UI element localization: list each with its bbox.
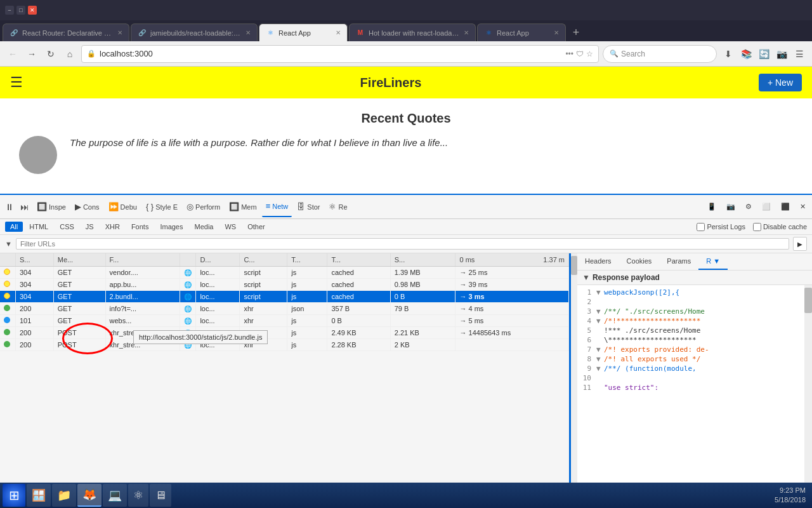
filter-media[interactable]: Media (189, 222, 218, 232)
sync-icon[interactable]: 🔄 (756, 46, 771, 62)
console-tool[interactable]: ▶ Cons (71, 197, 103, 217)
forward-button[interactable]: → (24, 46, 39, 62)
address-bar[interactable]: 🔒 localhost:3000 ••• 🛡 ☆ (81, 45, 599, 63)
storage-tool[interactable]: 🗄 Stor (293, 197, 324, 217)
menu-icon[interactable]: ☰ (792, 46, 807, 62)
filter-fonts[interactable]: Fonts (126, 222, 154, 232)
start-button[interactable]: ⊞ (3, 484, 25, 507)
filter-url-input[interactable] (16, 238, 789, 250)
style-editor-tool[interactable]: { } Style E (142, 197, 181, 217)
react-tool[interactable]: ⚛ Re (325, 197, 351, 217)
close-button[interactable]: ✕ (28, 6, 37, 15)
taskbar-item-firefox[interactable]: 🦊 (77, 484, 102, 507)
response-tab[interactable]: R ▼ (698, 253, 728, 270)
headers-tab[interactable]: Headers (577, 253, 619, 270)
col-method[interactable]: Me... (53, 253, 105, 267)
filter-js[interactable]: JS (81, 222, 99, 232)
table-row[interactable]: 304 GET 2.bundl... 🌐 loc... script js ca… (0, 291, 569, 303)
search-bar[interactable]: 🔍 Search (603, 45, 717, 63)
col-size[interactable]: S... (390, 253, 455, 267)
settings-tool[interactable]: ⚙ (742, 197, 756, 217)
reload-button[interactable]: ↻ (43, 46, 58, 62)
expand-arrow[interactable]: ▼ (596, 345, 604, 354)
expand-arrow[interactable]: ▼ (596, 355, 604, 363)
col-cause[interactable]: C... (240, 253, 287, 267)
filter-other[interactable]: Other (242, 222, 270, 232)
col-status[interactable]: S... (16, 253, 54, 267)
col-domain[interactable]: D... (196, 253, 240, 267)
network-table-scrollbar[interactable] (571, 253, 577, 505)
bookmarks-icon[interactable]: 📚 (738, 46, 754, 62)
expand-arrow[interactable]: ▼ (596, 317, 604, 325)
filter-css[interactable]: CSS (55, 222, 79, 232)
back-button[interactable]: ← (5, 46, 20, 62)
debugger-tool[interactable]: ⏩ Debu (105, 197, 141, 217)
devtools-pause-button[interactable]: ⏸ (3, 202, 16, 212)
inspector-tool[interactable]: 🔲 Inspe (33, 197, 70, 217)
close-devtools-button[interactable]: ✕ (796, 197, 809, 217)
tab-close-1[interactable]: ✕ (117, 29, 122, 36)
filter-images[interactable]: Images (155, 222, 188, 232)
maximize-button[interactable]: □ (16, 6, 25, 15)
screenshots-tool[interactable]: 📷 (723, 197, 739, 217)
taskbar-item-2[interactable]: 📁 (52, 484, 76, 507)
new-button[interactable]: + New (759, 74, 802, 91)
col-transferred[interactable]: T... (327, 253, 390, 267)
col-type[interactable]: T... (287, 253, 327, 267)
hamburger-menu[interactable]: ☰ (10, 74, 23, 91)
replay-button[interactable]: ▶ (793, 237, 807, 251)
persist-logs-label[interactable]: Persist Logs (697, 223, 745, 231)
col-file[interactable]: F... (105, 253, 180, 267)
download-icon[interactable]: ⬇ (721, 46, 736, 62)
expand-arrow[interactable]: ▼ (596, 364, 604, 373)
persist-logs-checkbox[interactable] (697, 223, 705, 231)
network-table-scroll-thumb[interactable] (571, 256, 577, 275)
table-row[interactable]: 304 GET vendor.... 🌐 loc... script js ca… (0, 267, 569, 279)
network-tool[interactable]: ≡ Netw (262, 197, 292, 217)
shield-icon[interactable]: 🛡 (576, 50, 584, 58)
taskbar-item-1[interactable]: 🪟 (27, 484, 51, 507)
filter-xhr[interactable]: XHR (100, 222, 125, 232)
disable-cache-checkbox[interactable] (753, 223, 761, 231)
taskbar-item-6[interactable]: 🖥 (150, 484, 171, 507)
table-row[interactable]: 101 GET webs... 🌐 loc... xhr js 0 B → 5 … (0, 315, 569, 327)
add-tab-button[interactable]: + (567, 23, 585, 41)
memory-tool[interactable]: 🔲 Mem (225, 197, 260, 217)
col-timeline[interactable]: 0 ms 1.37 m (455, 253, 569, 267)
table-row[interactable]: 304 GET app.bu... 🌐 loc... script js cac… (0, 279, 569, 291)
performance-tool[interactable]: ◎ Perform (183, 197, 224, 217)
minimize-button[interactable]: − (5, 6, 14, 15)
more-actions-icon[interactable]: ••• (565, 50, 573, 58)
tab-4[interactable]: M Hot loader with react-loadabl... ✕ (349, 23, 476, 41)
table-row[interactable]: 200 GET info?t=... 🌐 loc... xhr json 357… (0, 303, 569, 315)
filter-ws[interactable]: WS (219, 222, 241, 232)
taskbar-item-4[interactable]: 💻 (103, 484, 127, 507)
table-row[interactable]: 200 POST xhr_stre... 🌐 loc... xhr js 2.2… (0, 339, 569, 351)
screenshot-icon[interactable]: 📷 (774, 46, 789, 62)
tab-2[interactable]: 🔗 jamiebuilds/react-loadable: A... ✕ (131, 23, 258, 41)
expand-arrow[interactable]: ▼ (596, 307, 604, 316)
cookies-tab[interactable]: Cookies (619, 253, 660, 270)
tab-3[interactable]: ⚛ React App ✕ (259, 23, 348, 41)
devtools-step-button[interactable]: ⏭ (18, 202, 32, 212)
tab-close-3[interactable]: ✕ (336, 29, 341, 36)
section-collapse-arrow[interactable]: ▼ (582, 273, 590, 282)
bookmark-icon[interactable]: ☆ (586, 50, 593, 58)
table-row[interactable]: 200 POST xhr_stre... 🌐 loc... xhr js 2.4… (0, 327, 569, 339)
taskbar-item-5[interactable]: ⚛ (128, 484, 148, 507)
split-tool[interactable]: ⬛ (777, 197, 794, 217)
tab-close-5[interactable]: ✕ (554, 29, 559, 36)
params-tab[interactable]: Params (659, 253, 698, 270)
filter-all[interactable]: All (5, 222, 23, 232)
right-panel-scrollbar[interactable] (804, 285, 812, 505)
layout-tool[interactable]: ⬜ (758, 197, 775, 217)
right-panel-scroll-thumb[interactable] (804, 288, 812, 313)
tab-close-2[interactable]: ✕ (246, 29, 251, 36)
home-button[interactable]: ⌂ (62, 46, 77, 62)
tab-close-4[interactable]: ✕ (464, 29, 469, 36)
expand-arrow[interactable]: ▼ (596, 288, 604, 297)
responsive-tool[interactable]: 📱 (704, 197, 720, 217)
disable-cache-label[interactable]: Disable cache (753, 223, 807, 231)
tab-1[interactable]: 🔗 React Router: Declarative Rou... ✕ (3, 23, 129, 41)
tab-5[interactable]: ⚛ React App ✕ (477, 23, 566, 41)
